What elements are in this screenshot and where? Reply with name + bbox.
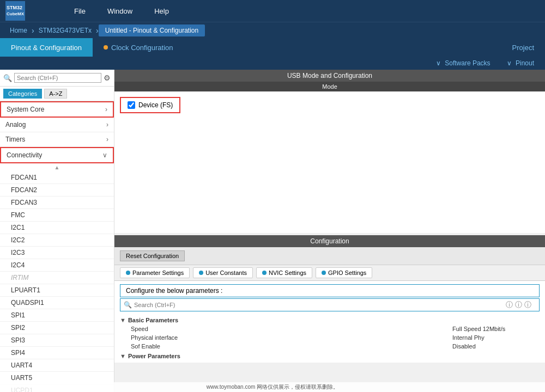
sidebar-category-label: Timers: [5, 136, 25, 143]
tab-dot: [104, 45, 108, 50]
info-icon-2: ⓘ: [515, 300, 522, 310]
sidebar-item-irtim[interactable]: IRTIM: [0, 272, 114, 284]
config-tab-dot: [126, 271, 130, 275]
config-toolbar: Reset Configuration: [114, 247, 545, 265]
breadcrumb-home[interactable]: Home: [5, 27, 32, 34]
search-icon: 🔍: [3, 74, 12, 82]
param-value: Disabled: [452, 343, 540, 350]
sidebar-tabs: Categories A->Z: [0, 87, 114, 101]
content-title: USB Mode and Configuration: [114, 70, 545, 82]
content-area: USB Mode and Configuration Mode Device (…: [114, 70, 545, 392]
sidebar-category-timers[interactable]: Timers ›: [0, 132, 114, 147]
connectivity-items-list: FDCAN1FDCAN2FDCAN3FMCI2C1I2C2I2C3I2C4IRT…: [0, 171, 114, 392]
config-title: Configuration: [114, 235, 545, 247]
sidebar-item-i2c2[interactable]: I2C2: [0, 234, 114, 247]
param-row: SpeedFull Speed 12Mbit/s: [120, 324, 540, 333]
sidebar-item-spi1[interactable]: SPI1: [0, 309, 114, 322]
config-tab-nvic-settings[interactable]: NVIC Settings: [256, 267, 312, 278]
device-fs-label: Device (FS): [138, 101, 173, 109]
search-small-icon: 🔍: [124, 301, 132, 309]
subtab-software-packs[interactable]: ∨ Software Packs: [436, 59, 491, 67]
chevron-down-icon: ∨: [507, 59, 512, 67]
menu-window[interactable]: Window: [107, 7, 132, 15]
sidebar-item-lpuart1[interactable]: LPUART1: [0, 284, 114, 297]
sidebar-item-quadspi1[interactable]: QUADSPI1: [0, 297, 114, 309]
scroll-up-indicator: ▲: [0, 163, 114, 171]
sidebar-item-spi4[interactable]: SPI4: [0, 347, 114, 359]
param-row: Physical interfaceInternal Phy: [120, 333, 540, 342]
sidebar-item-fdcan3[interactable]: FDCAN3: [0, 197, 114, 209]
param-value: Internal Phy: [452, 334, 540, 341]
breadcrumb-bar: Home › STM32G473VETx › Untitled - Pinout…: [0, 22, 545, 38]
breadcrumb-active: Untitled - Pinout & Configuration: [99, 24, 205, 36]
mode-checkbox-row[interactable]: Device (FS): [120, 97, 180, 113]
param-search-bar: 🔍 ⓘ ⓘ ⓘ: [120, 298, 540, 311]
sidebar-item-uart4[interactable]: UART4: [0, 359, 114, 372]
sidebar-category-connectivity[interactable]: Connectivity ∨: [0, 147, 114, 163]
sidebar-items: System Core › Analog › Timers › Connecti…: [0, 101, 114, 392]
triangle-icon: ▼: [120, 353, 126, 359]
reset-configuration-button[interactable]: Reset Configuration: [120, 250, 185, 261]
main-tab-bar: Pinout & Configuration Clock Configurati…: [0, 38, 545, 57]
sidebar-category-label: System Core: [7, 106, 44, 113]
triangle-icon: ▼: [120, 317, 126, 323]
tab-project[interactable]: Project: [501, 38, 545, 57]
chevron-down-icon: ∨: [102, 151, 107, 159]
chevron-right-icon: ›: [105, 106, 107, 113]
logo-icon: STM32CubeMX: [5, 1, 25, 21]
sidebar-item-spi3[interactable]: SPI3: [0, 334, 114, 347]
sidebar-tab-az[interactable]: A->Z: [44, 89, 67, 99]
chevron-right-icon: ›: [106, 121, 108, 128]
search-input[interactable]: [14, 73, 101, 83]
config-tab-user-constants[interactable]: User Constants: [193, 267, 253, 278]
config-tab-label: Parameter Settings: [132, 270, 184, 276]
param-list: ▼ Basic Parameters SpeedFull Speed 12Mbi…: [114, 313, 545, 363]
info-icon-3: ⓘ: [524, 300, 531, 310]
sidebar-item-i2c4[interactable]: I2C4: [0, 259, 114, 272]
gear-icon[interactable]: ⚙: [104, 74, 111, 82]
param-search-input[interactable]: [134, 302, 501, 308]
param-row: Sof EnableDisabled: [120, 342, 540, 351]
top-menu-bar: STM32CubeMX File Window Help: [0, 0, 545, 22]
app-logo: STM32CubeMX: [5, 1, 25, 21]
sidebar-search-bar: 🔍 ⚙: [0, 70, 114, 87]
sidebar-category-system-core[interactable]: System Core ›: [0, 101, 114, 118]
config-tab-dot: [262, 271, 267, 275]
config-tab-dot: [322, 271, 326, 275]
param-name: Physical interface: [131, 334, 452, 341]
sidebar-item-fdcan2[interactable]: FDCAN2: [0, 184, 114, 197]
menu-file[interactable]: File: [74, 7, 86, 15]
sidebar-category-label: Connectivity: [7, 151, 42, 159]
config-tab-label: User Constants: [205, 270, 247, 276]
watermark: www.toymoban.com 网络仅供展示，侵权请联系删除。: [0, 382, 545, 392]
sidebar-tab-categories[interactable]: Categories: [3, 89, 42, 99]
chevron-right-icon: ›: [106, 136, 108, 143]
sidebar-item-fmc[interactable]: FMC: [0, 209, 114, 222]
sidebar-category-analog[interactable]: Analog ›: [0, 118, 114, 132]
power-params-label: ▼ Power Parameters: [120, 353, 540, 359]
config-section: Configuration Reset Configuration Parame…: [114, 235, 545, 363]
sidebar-item-fdcan1[interactable]: FDCAN1: [0, 171, 114, 184]
sidebar-item-i2c3[interactable]: I2C3: [0, 247, 114, 259]
subtab-pinout[interactable]: ∨ Pinout: [507, 59, 534, 67]
sidebar-item-spi2[interactable]: SPI2: [0, 322, 114, 334]
config-tab-parameter-settings[interactable]: Parameter Settings: [120, 267, 190, 278]
menu-bar: File Window Help: [74, 7, 169, 15]
device-fs-checkbox[interactable]: [128, 101, 135, 109]
param-value: Full Speed 12Mbit/s: [452, 326, 540, 332]
config-tab-gpio-settings[interactable]: GPIO Settings: [316, 267, 372, 278]
mode-area: Device (FS): [114, 91, 545, 233]
config-tab-dot: [199, 271, 203, 275]
param-header: Configure the below parameters :: [120, 284, 540, 297]
config-tab-label: GPIO Settings: [328, 270, 366, 276]
breadcrumb-device[interactable]: STM32G473VETx: [34, 27, 96, 34]
sidebar-category-label: Analog: [5, 121, 26, 128]
param-rows: SpeedFull Speed 12Mbit/sPhysical interfa…: [120, 324, 540, 351]
param-name: Speed: [131, 326, 452, 332]
sidebar-item-i2c1[interactable]: I2C1: [0, 222, 114, 234]
tab-pinout[interactable]: Pinout & Configuration: [0, 38, 93, 57]
menu-help[interactable]: Help: [154, 7, 169, 15]
basic-params-label: ▼ Basic Parameters: [120, 317, 540, 323]
config-tab-label: NVIC Settings: [269, 270, 306, 276]
tab-clock[interactable]: Clock Configuration: [93, 38, 184, 57]
